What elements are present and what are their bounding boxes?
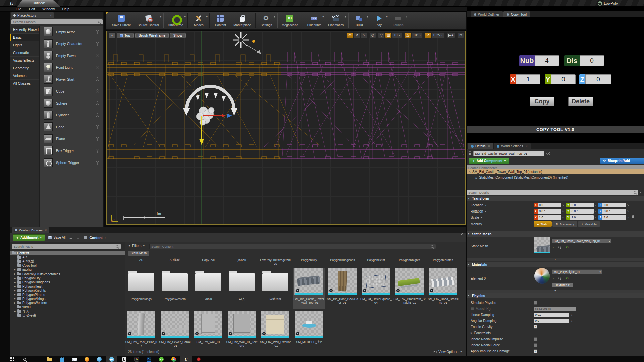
dis-value-field[interactable]: 0 <box>580 55 604 66</box>
static-mesh-thumbnail[interactable] <box>534 237 550 253</box>
menu-help[interactable]: Help <box>58 7 73 12</box>
dropdown-arrow-icon[interactable]: ▼ <box>484 210 487 213</box>
search-content-input[interactable] <box>150 245 431 248</box>
actor-item-cone[interactable]: Cone≡ <box>40 121 103 133</box>
reset-icon[interactable]: ↘ <box>562 210 564 213</box>
back-button[interactable]: ← <box>69 235 73 240</box>
material-thumbnail[interactable] <box>534 268 550 284</box>
tree-item-自动寻路[interactable]: 自动寻路 <box>10 313 125 317</box>
actor-item-empty-pawn[interactable]: Empty Pawn≡ <box>40 50 103 62</box>
browse-icon[interactable] <box>558 245 563 249</box>
grid-label-polygonknights[interactable]: PolygonKnights <box>393 258 426 262</box>
toolbar-megascans[interactable]: Megascans <box>278 12 302 29</box>
unreal-editor-icon[interactable]: U <box>180 356 192 362</box>
maximize-viewport-button[interactable]: □ <box>457 32 464 38</box>
actor-item-box-trigger[interactable]: Box Trigger≡ <box>40 145 103 157</box>
place-actors-tab[interactable]: Place Actors ✕ <box>11 12 54 18</box>
folder-tile-xunlu[interactable]: xunlu <box>192 268 224 309</box>
static-mesh-combo[interactable]: SM_Bld_Castle_Tower_Wall_Top_01 <box>552 239 611 243</box>
drag-handle-icon[interactable]: ≡ <box>96 125 99 129</box>
add-import-button[interactable]: ＋ Add/Import ▼ <box>13 234 45 241</box>
expand-arrow-icon[interactable]: ▶ <box>14 273 16 275</box>
surface-snap-button[interactable]: ▽ <box>378 32 385 38</box>
scale-x-field[interactable]: X1.0↘ <box>534 215 564 220</box>
scale-lock-icon[interactable] <box>632 216 634 218</box>
tree-item-导入[interactable]: ▶导入 <box>10 309 125 313</box>
materials-expander[interactable]: ▼ <box>467 290 644 293</box>
reset-icon[interactable]: ↘ <box>627 204 629 207</box>
actor-item-point-light[interactable]: Point Light≡ <box>40 62 103 74</box>
y-value-field[interactable]: 0 <box>551 74 576 84</box>
delete-button[interactable]: Delete <box>568 97 593 106</box>
grid-label-polygonheist[interactable]: PolygonHeist <box>360 258 392 262</box>
grid-snap-button[interactable]: ▦ <box>385 32 392 38</box>
asset-tile-sm-bld-door-backdoor-01[interactable]: *SM_Bld_Door_BackDoor_01 <box>326 268 359 309</box>
search-components-input[interactable] <box>467 166 644 170</box>
actor-item-sphere[interactable]: Sphere≡ <box>40 97 103 109</box>
menu-window[interactable]: Window <box>39 7 58 12</box>
reset-icon[interactable]: ↘ <box>570 313 573 316</box>
toolbar-build[interactable]: Build▼ <box>350 12 369 29</box>
dropdown-arrow-icon[interactable]: ▼ <box>366 16 369 18</box>
expand-arrow-icon[interactable]: ▶ <box>14 289 16 292</box>
transform-section-header[interactable]: Transform <box>467 196 644 201</box>
render-mode-button[interactable]: Brush Wireframe <box>135 33 169 38</box>
asset-tile-sm-env-sewer-canal-01[interactable]: *SM_Env_Sewer_Canal_01 <box>159 311 191 352</box>
grid-label-copytool[interactable]: CopyTool <box>192 258 224 262</box>
actor-item-cube[interactable]: Cube≡ <box>40 85 103 98</box>
filter-chip-static-mesh[interactable]: Static Mesh <box>128 251 149 256</box>
dropdown-arrow-icon[interactable]: ▼ <box>386 16 388 18</box>
toolbar-source-control[interactable]: Source Control▼ <box>134 12 162 29</box>
toolbar-omniverse[interactable]: Omniverse▼ <box>164 12 186 29</box>
add-component-button[interactable]: ＋ Add Component ▼ <box>469 158 509 164</box>
dropdown-arrow-icon[interactable]: ▼ <box>344 16 347 18</box>
grid-label-ar[interactable]: AR <box>125 258 157 262</box>
grid-snap-value[interactable]: 10▼ <box>392 32 402 38</box>
forward-button[interactable]: → <box>76 235 80 240</box>
apply-impulse-on-damage-checkbox[interactable] <box>534 349 537 353</box>
tab-world-outliner[interactable]: World Outliner <box>471 11 503 17</box>
edit-blueprint-icon[interactable] <box>546 152 550 155</box>
dropdown-arrow-icon[interactable]: ▼ <box>322 16 324 18</box>
ignore-radial-force-checkbox[interactable] <box>534 343 537 347</box>
toolbar-blueprints[interactable]: Blueprints▼ <box>304 12 325 29</box>
toolbar-modes[interactable]: Modes▼ <box>189 12 208 29</box>
firefox-icon[interactable] <box>81 356 93 362</box>
rotation-snap-value[interactable]: 10°▼ <box>411 32 423 38</box>
expand-arrow-icon[interactable]: ▶ <box>14 310 16 313</box>
actor-item-empty-actor[interactable]: Empty Actor≡ <box>40 26 103 38</box>
materials-section-header[interactable]: Materials <box>467 262 644 267</box>
toolbar-cinematics[interactable]: Cinematics▼ <box>325 12 347 29</box>
tree-item-polygonvikings[interactable]: ▶PolygonVikings <box>10 297 125 301</box>
textures-button[interactable]: Textures ▾ <box>552 283 573 287</box>
translate-tool-button[interactable]: ⊕ <box>346 32 353 38</box>
reset-icon[interactable]: ↺ <box>566 245 569 249</box>
material-combo[interactable]: Mat_PolyKnights_01 <box>552 269 602 274</box>
ignore-radial-impulse-checkbox[interactable] <box>534 337 537 341</box>
category-cinematic[interactable]: Cinematic <box>10 49 39 57</box>
mobility-movable-button[interactable]: +Movable <box>578 221 600 227</box>
tree-item-jiaohu[interactable]: ▶jiaohu <box>10 268 125 272</box>
obs-icon[interactable] <box>131 356 142 362</box>
task-view-icon[interactable] <box>32 356 43 362</box>
asset-tile-sm-bld-castle-tower-wall-top-01[interactable]: *SM_Bld_Castle_Tower_Wall_Top_01 <box>293 268 325 309</box>
level-viewport[interactable]: 1m ▼ Top Brush Wireframe Show ⊕ ↺ ↘ ◎ ▽ … <box>106 31 466 225</box>
view-mode-button[interactable]: Top <box>117 33 134 38</box>
tree-item-polygonknights[interactable]: ▶PolygonKnights <box>10 289 125 293</box>
reset-icon[interactable]: ↘ <box>594 210 597 213</box>
actor-name-input[interactable] <box>473 151 544 156</box>
close-icon[interactable]: ✕ <box>50 14 52 17</box>
drag-handle-icon[interactable]: ≡ <box>96 42 99 46</box>
physics-section-header[interactable]: Physics <box>467 293 644 298</box>
asset-tile-sm-env-wall-01-texture[interactable]: *SM_Env_Wall_01_Texture <box>226 311 258 352</box>
show-button[interactable]: Show <box>170 33 186 38</box>
reset-icon[interactable]: ↘ <box>594 216 597 219</box>
drag-handle-icon[interactable]: ≡ <box>96 30 99 34</box>
angular-damping-field[interactable]: 0.0 <box>534 319 569 323</box>
dropdown-arrow-icon[interactable]: ▼ <box>273 16 276 18</box>
tree-item-polygonpirates[interactable]: ▶PolygonPirates <box>10 293 125 297</box>
scale-snap-button[interactable]: ↗ <box>425 32 431 38</box>
actor-item-plane[interactable]: Plane≡ <box>40 133 103 145</box>
drag-handle-icon[interactable]: ≡ <box>96 161 99 165</box>
search-paths-input[interactable] <box>12 245 116 248</box>
